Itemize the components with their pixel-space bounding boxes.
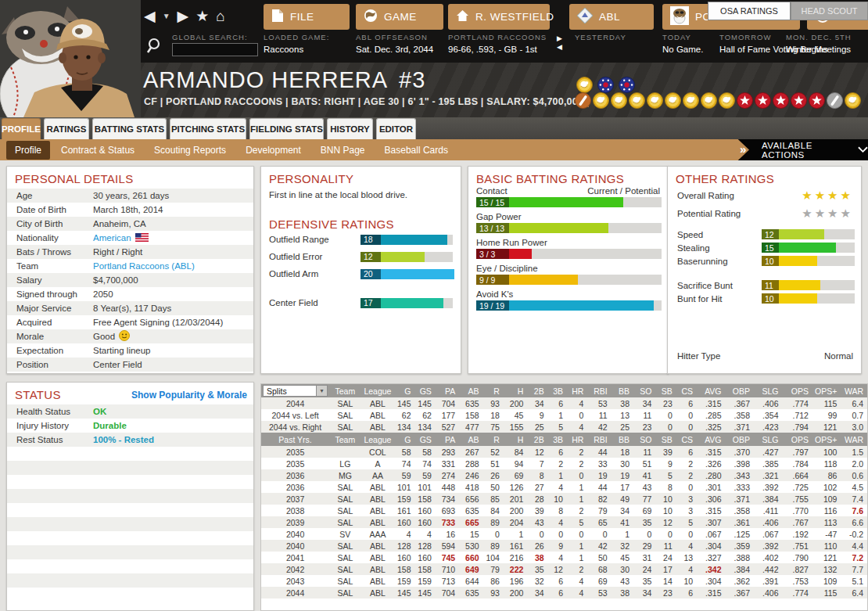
stats-history-row: 2043SALABL159159713644861963264694335141… [261, 575, 867, 587]
stats-history-row: 2042SALABL158158710649792223512268302417… [261, 563, 867, 575]
globe-icon [364, 9, 378, 25]
hitter-type-row: Hitter Type Normal [677, 351, 853, 361]
panel-title: OTHER RATINGS [668, 167, 861, 189]
award-silver-slash-icon [827, 92, 843, 112]
head-scout-button[interactable]: HEAD SCOUT [791, 2, 868, 20]
defensive-row-outfield-arm: Outfield Arm20 [269, 268, 453, 279]
tab-history[interactable]: HISTORY [327, 118, 373, 139]
player-portrait [0, 0, 141, 117]
detail-row-nationality: NationalityAmerican [7, 231, 253, 245]
detail-row-empty [7, 489, 253, 503]
rating-bar-eye-discipline: 9 / 9 [476, 275, 662, 285]
rating-bar-baserunning: 10 [762, 256, 855, 266]
search-icon[interactable] [146, 37, 165, 56]
gold-glove-award-icon [845, 92, 861, 112]
house-icon [456, 9, 469, 24]
tab-batting-stats[interactable]: BATTING STATS [92, 118, 167, 139]
subtab-profile[interactable]: Profile [6, 141, 50, 160]
tab-profile[interactable]: PROFILE [2, 118, 41, 139]
detail-row-position: PositionCenter Field [7, 358, 253, 372]
tab-pitching-stats[interactable]: PITCHING STATS [170, 118, 246, 139]
jersey-number: #3 [399, 67, 425, 92]
home-icon[interactable]: ⌂ [216, 6, 224, 27]
detail-row-salary: Salary$4,700,000 [7, 273, 253, 287]
batting-label-row: Gap Power [476, 212, 660, 221]
other-row-baserunning: Baserunning10 [677, 256, 855, 266]
rating-bar-gap-power: 13 / 13 [476, 223, 662, 233]
rating-bar-outfield-arm: 20 [360, 269, 453, 279]
detail-row-expectation: ExpectationStarting lineup [7, 343, 253, 358]
stats-history-row: 2041SALABL160160745660104216384150453124… [261, 552, 867, 563]
award-bronze-slash-icon [575, 92, 591, 112]
detail-row-city-of-birth: City of BirthAnaheim, CA [7, 217, 253, 231]
current-potential-label: Current / Potential [587, 186, 660, 196]
info-column-portland-raccoons: PORTLAND RACCOONS96-66, .593, - GB - 1st [448, 33, 573, 54]
global-search-label: GLOBAL SEARCH: [172, 33, 248, 41]
available-actions-label: AVAILABLE ACTIONS [762, 141, 850, 160]
other-row-sacrifice-bunt: Sacrifice Bunt11 [677, 280, 855, 290]
nav-icons: ◀▼▶★⌂ [144, 6, 225, 27]
defensive-row-outfield-error: Outfield Error12 [269, 251, 453, 262]
detail-row-empty [7, 517, 253, 531]
forward-icon[interactable]: ▶ [178, 6, 189, 27]
rating-bar-home-run-power: 3 / 3 [476, 249, 662, 259]
rating-bar-contact: 15 / 15 [476, 197, 662, 207]
other-ratings-panel: OTHER RATINGS Overall Rating★★★★Potentia… [667, 166, 862, 374]
available-actions-menu[interactable]: » AVAILABLE ACTIONS [733, 139, 868, 160]
stats-history-row: 2039SALABL160160733665892044345654135125… [261, 516, 867, 528]
subtab-development[interactable]: Development [237, 141, 310, 160]
stats-header-row: Splits▾TeamLeagueGGSPAABRH2B3BHRRBIBBSOS… [261, 384, 867, 397]
detail-row-empty [7, 447, 253, 461]
batting-label-row: ContactCurrent / Potential [476, 186, 660, 196]
rating-bar-center-field: 17 [360, 298, 453, 308]
us-flag-icon [135, 233, 149, 243]
panel-title: BASIC BATTING RATINGS [468, 167, 668, 189]
osa-ratings-button[interactable]: OSA RATINGS [708, 2, 791, 20]
bookmark-star-icon[interactable]: ★ [195, 6, 209, 27]
detail-row-injury-history: Injury HistoryDurable [7, 419, 253, 433]
splits-dropdown[interactable]: Splits▾ [263, 385, 328, 397]
stats-history-row: 2036SALABL10110144841850126274144174380.… [261, 481, 867, 493]
info-column-mon-dec-5th: MON. DEC. 5THWinter Meetings [786, 33, 868, 54]
subtab-baseball-cards[interactable]: Baseball Cards [376, 141, 457, 160]
tab-ratings[interactable]: RATINGS [44, 118, 89, 139]
double-chevron-icon: » [740, 142, 746, 156]
defensive-row-outfield-range: Outfield Range18 [269, 234, 453, 245]
global-search-input[interactable] [172, 43, 258, 56]
subtab-bnn-page[interactable]: BNN Page [312, 141, 374, 160]
league-logo-icon [577, 8, 593, 26]
gold-glove-award-icon [665, 92, 681, 112]
player-info-line: CF | PORTLAND RACCOONS | BATS: RIGHT | A… [144, 96, 589, 107]
raccoon-logo-icon [670, 6, 689, 27]
detail-row-team: TeamPortland Raccoons (ABL) [7, 259, 253, 273]
star-row-overall-rating: Overall Rating★★★★ [677, 189, 853, 203]
gold-glove-award-icon [629, 92, 645, 112]
back-icon[interactable]: ◀ [144, 6, 156, 27]
batting-label-row: Eye / Discipline [476, 264, 660, 273]
tab-fielding-stats[interactable]: FIELDING STATS [249, 118, 324, 139]
all-star-red-badge-icon [773, 92, 789, 112]
subtab-scouting-reports[interactable]: Scouting Reports [145, 141, 235, 160]
tab-editor[interactable]: EDITOR [376, 118, 416, 139]
status-panel: STATUS Show Popularity & Morale Health S… [6, 382, 254, 611]
history-dropdown-icon[interactable]: ▼ [163, 6, 170, 27]
game-button[interactable]: GAME [356, 4, 443, 30]
panel-title: PERSONAL DETAILS [7, 167, 253, 189]
subtab-contract-status[interactable]: Contract & Status [52, 141, 143, 160]
file-button[interactable]: FILE [264, 4, 350, 30]
detail-row-empty [7, 475, 253, 489]
defensive-row-center-field: Center Field17 [269, 297, 453, 308]
detail-row-morale: MoraleGood [7, 329, 253, 343]
stats-history-row: 2035LGA7474331288519472233305192.326.398… [261, 458, 867, 469]
detail-row-empty [7, 559, 253, 573]
gold-glove-award-icon [683, 92, 699, 112]
file-icon [271, 9, 284, 25]
star-rating-icons: ★★★★ [802, 189, 853, 203]
show-popularity-morale-link[interactable]: Show Popularity & Morale [131, 390, 247, 401]
league-button[interactable]: ABL [569, 4, 654, 30]
star-rating-icons: ★★★★ [802, 207, 853, 221]
manager-button[interactable]: R. WESTFIELD [448, 4, 550, 30]
detail-row-empty [7, 503, 253, 517]
all-star-red-badge-icon [755, 92, 771, 112]
stats-table-panel: Splits▾TeamLeagueGGSPAABRH2B3BHRRBIBBSOS… [260, 383, 868, 611]
